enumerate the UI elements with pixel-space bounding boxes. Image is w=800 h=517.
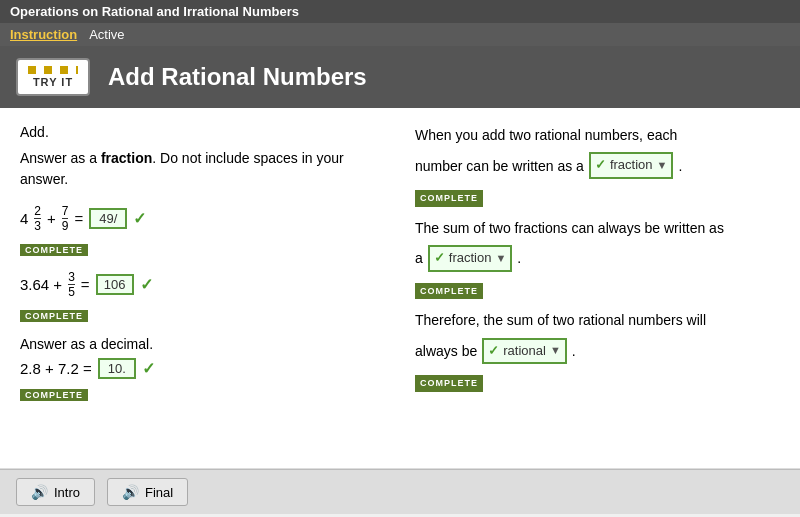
decimal-label: Answer as a decimal. xyxy=(20,336,385,352)
problem1-row: 4 2 3 + 7 9 = 49/ ✓ xyxy=(20,204,385,234)
complete-badge-r1: COMPLETE xyxy=(415,190,483,206)
badge-stripe xyxy=(28,66,78,74)
bottom-nav: 🔊 Intro 🔊 Final xyxy=(0,469,800,514)
complete-badge-r2: COMPLETE xyxy=(415,283,483,299)
nav-active: Active xyxy=(89,27,124,42)
frac1-den: 3 xyxy=(34,218,41,233)
right-complete-2: COMPLETE xyxy=(415,278,780,305)
dropdown-2-value: fraction xyxy=(449,248,492,269)
right-line1a-text: When you add two rational numbers, each xyxy=(415,127,677,143)
right-line3b-row: always be ✓ rational ▼ . xyxy=(415,338,780,365)
badge-label: TRY IT xyxy=(33,76,73,88)
final-button[interactable]: 🔊 Final xyxy=(107,478,188,506)
frac3-num: 3 xyxy=(68,270,75,284)
right-column: When you add two rational numbers, each … xyxy=(415,124,780,452)
nav-instruction[interactable]: Instruction xyxy=(10,27,77,42)
top-bar: Operations on Rational and Irrational Nu… xyxy=(0,0,800,23)
check-icon-2: ✓ xyxy=(434,248,445,269)
frac2-den: 9 xyxy=(62,218,69,233)
problem1-frac2: 7 9 xyxy=(62,204,69,234)
problem2-expr: 3.64 + xyxy=(20,276,62,293)
problem1-answer[interactable]: 49/ xyxy=(89,208,127,229)
right-line3b-text: always be xyxy=(415,340,477,362)
check-icon-1: ✓ xyxy=(595,155,606,176)
header-title: Add Rational Numbers xyxy=(108,63,367,91)
problem3-expr: 2.8 + 7.2 = xyxy=(20,360,92,377)
instruction-prefix: Answer as a xyxy=(20,150,101,166)
speaker-icon-final: 🔊 xyxy=(122,484,139,500)
dropdown-3[interactable]: ✓ rational ▼ xyxy=(482,338,567,365)
add-label: Add. xyxy=(20,124,385,140)
speaker-icon-intro: 🔊 xyxy=(31,484,48,500)
right-line2-end: . xyxy=(517,247,521,269)
header-banner: TRY IT Add Rational Numbers xyxy=(0,46,800,108)
main-content: Add. Answer as a fraction. Do not includ… xyxy=(0,108,800,468)
frac3-den: 5 xyxy=(68,284,75,299)
problem2-answer[interactable]: 106 xyxy=(96,274,134,295)
dropdown-3-arrow: ▼ xyxy=(550,342,561,360)
problem1-checkmark: ✓ xyxy=(133,209,146,228)
right-line2b-row: a ✓ fraction ▼ . xyxy=(415,245,780,272)
problem1-whole: 4 xyxy=(20,210,28,227)
right-complete-3: COMPLETE xyxy=(415,370,780,397)
intro-button[interactable]: 🔊 Intro xyxy=(16,478,95,506)
dropdown-3-value: rational xyxy=(503,341,546,362)
complete-badge-1: COMPLETE xyxy=(20,244,88,256)
frac1-num: 2 xyxy=(34,204,41,218)
right-line1b-text: number can be written as a xyxy=(415,155,584,177)
problem1-section: 4 2 3 + 7 9 = 49/ ✓ COMPLETE xyxy=(20,204,385,262)
complete-badge-3: COMPLETE xyxy=(20,389,88,401)
check-icon-3: ✓ xyxy=(488,341,499,362)
problem1-frac1: 2 3 xyxy=(34,204,41,234)
right-line2a: The sum of two fractions can always be w… xyxy=(415,217,780,239)
problem1-equals: = xyxy=(74,210,83,227)
instruction-text: Answer as a fraction. Do not include spa… xyxy=(20,148,385,190)
right-complete-1: COMPLETE xyxy=(415,185,780,212)
problem3-section: Answer as a decimal. 2.8 + 7.2 = 10. ✓ C… xyxy=(20,336,385,407)
problem2-complete: COMPLETE xyxy=(20,306,385,328)
instruction-bold: fraction xyxy=(101,150,152,166)
dropdown-1-arrow: ▼ xyxy=(657,157,668,175)
dropdown-2-arrow: ▼ xyxy=(495,250,506,268)
intro-label: Intro xyxy=(54,485,80,500)
right-line3-end: . xyxy=(572,340,576,362)
problem2-equals: = xyxy=(81,276,90,293)
problem1-plus: + xyxy=(47,210,56,227)
right-line2b-text: a xyxy=(415,247,423,269)
complete-badge-2: COMPLETE xyxy=(20,310,88,322)
problem3-checkmark: ✓ xyxy=(142,359,155,378)
problem2-section: 3.64 + 3 5 = 106 ✓ COMPLETE xyxy=(20,270,385,328)
left-column: Add. Answer as a fraction. Do not includ… xyxy=(20,124,385,452)
right-line1b-row: number can be written as a ✓ fraction ▼ … xyxy=(415,152,780,179)
dropdown-1[interactable]: ✓ fraction ▼ xyxy=(589,152,674,179)
dropdown-1-value: fraction xyxy=(610,155,653,176)
problem2-frac: 3 5 xyxy=(68,270,75,300)
problem3-answer[interactable]: 10. xyxy=(98,358,136,379)
dropdown-2[interactable]: ✓ fraction ▼ xyxy=(428,245,513,272)
right-line1a: When you add two rational numbers, each xyxy=(415,124,780,146)
right-line1-end: . xyxy=(678,155,682,177)
final-label: Final xyxy=(145,485,173,500)
complete-badge-r3: COMPLETE xyxy=(415,375,483,391)
problem2-checkmark: ✓ xyxy=(140,275,153,294)
problem2-row: 3.64 + 3 5 = 106 ✓ xyxy=(20,270,385,300)
try-it-badge: TRY IT xyxy=(16,58,90,96)
problem3-row: 2.8 + 7.2 = 10. ✓ xyxy=(20,358,385,379)
page-title: Operations on Rational and Irrational Nu… xyxy=(10,4,299,19)
frac2-num: 7 xyxy=(62,204,69,218)
problem1-complete: COMPLETE xyxy=(20,240,385,262)
problem3-complete: COMPLETE xyxy=(20,385,385,407)
right-line3a: Therefore, the sum of two rational numbe… xyxy=(415,309,780,331)
nav-bar: Instruction Active xyxy=(0,23,800,46)
